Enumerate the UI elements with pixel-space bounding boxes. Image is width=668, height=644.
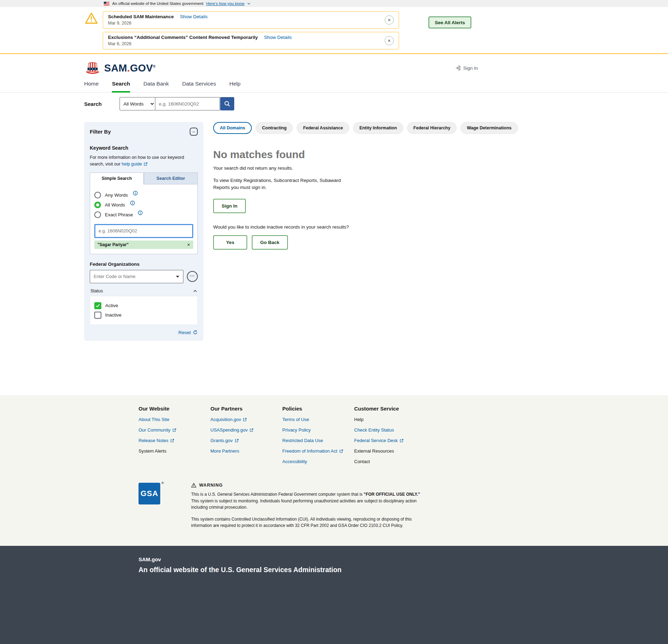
chevron-up-icon [193,290,197,292]
alert-show-details-link[interactable]: Show Details [264,35,292,40]
site-header: SAM.GOV® Sign In Home Search Data Bank D… [0,54,668,93]
footer-link-restricted-data-use[interactable]: Restricted Data Use [282,438,323,443]
reset-link[interactable]: Reset [178,330,198,335]
info-icon[interactable] [138,210,143,215]
footer-link-check-entity-status[interactable]: Check Entity Status [354,427,394,433]
status-inactive-option[interactable]: Inactive [94,312,193,319]
federal-org-select[interactable]: Enter Code or Name [90,270,183,283]
warning-icon [85,12,98,24]
alerts-section: Scheduled SAM Maintenance Show Details M… [0,7,668,54]
status-options-box: Active Inactive [90,296,198,325]
more-options-button[interactable] [187,271,198,282]
active-checkbox[interactable] [94,302,101,309]
nav-data-services[interactable]: Data Services [182,81,216,93]
header-sign-in-link[interactable]: Sign In [455,65,478,71]
footer-link-release-notes[interactable]: Release Notes [139,438,174,443]
footer-link-more-partners[interactable]: More Partners [210,448,239,454]
keyword-input[interactable] [94,224,193,238]
radio-selected-icon[interactable] [94,202,101,208]
footer-heading: Customer Service [354,406,426,412]
radio-icon[interactable] [94,192,101,198]
gov-banner-text: An official website of the United States… [112,1,203,6]
footer-link-federal-service-desk[interactable]: Federal Service Desk [354,438,404,443]
nav-home[interactable]: Home [84,81,99,93]
external-link-icon [249,428,254,432]
footer-link-contact[interactable]: Contact [354,459,370,464]
footer-official-line: An official website of the U.S. General … [139,566,668,574]
footer-link-our-community[interactable]: Our Community [139,427,176,433]
radio-icon[interactable] [94,211,101,218]
chip-remove-icon[interactable] [187,242,190,247]
tab-simple-search[interactable]: Simple Search [90,172,144,184]
footer-heading: Our Partners [210,406,282,412]
nav-help[interactable]: Help [229,81,241,93]
domain-tab-federal-assistance[interactable]: Federal Assistance [297,122,349,134]
radio-exact-phrase[interactable]: Exact Phrase [94,211,193,218]
close-icon[interactable] [385,15,394,25]
footer-link-usaspending-gov[interactable]: USASpending.gov [210,427,254,433]
radio-all-words[interactable]: All Words [94,202,193,208]
domain-tabs: All Domains Contracting Federal Assistan… [213,122,668,134]
footer-link-acquisition-gov[interactable]: Acquisition.gov [210,417,247,422]
footer-column-our-partners: Our Partners Acquisition.gov USASpending… [210,400,282,469]
alert-maintenance: Scheduled SAM Maintenance Show Details M… [103,11,399,29]
search-input[interactable] [155,97,220,110]
footer-column-policies: Policies Terms of Use Privacy Policy Res… [282,400,354,469]
domain-tab-entity-information[interactable]: Entity Information [353,122,403,134]
sign-in-button[interactable]: Sign In [213,199,246,213]
alert-title: Scheduled SAM Maintenance [108,14,174,19]
help-guide-link[interactable]: help guide [122,161,148,168]
footer-link-about-this-site[interactable]: About This Site [139,417,169,422]
close-icon[interactable] [385,36,394,45]
alert-show-details-link[interactable]: Show Details [180,14,208,19]
domain-tab-wage-determinations[interactable]: Wage Determinations [460,122,518,134]
footer-link-freedom-of-information-act[interactable]: Freedom of Information Act [282,448,343,454]
info-icon[interactable] [133,191,138,196]
sam-hat-icon [84,61,101,75]
nav-search[interactable]: Search [112,81,130,93]
footer-link-terms-of-use[interactable]: Terms of Use [282,417,309,422]
keyword-options-box: Any Words All Words Exact Phrase "Sagar … [90,184,198,254]
radio-any-words[interactable]: Any Words [94,192,193,198]
warning-triangle-icon [191,483,196,488]
alert-title: Exclusions “Additional Comments” Content… [108,35,258,40]
status-section-toggle[interactable]: Status [90,289,198,293]
footer: Our Website About This Site Our Communit… [0,395,668,546]
domain-tab-all-domains[interactable]: All Domains [213,122,252,134]
us-flag-icon [104,2,109,6]
collapse-filters-icon[interactable] [190,128,198,136]
footer-heading: Policies [282,406,354,412]
footer-link-accessibility[interactable]: Accessibility [282,459,307,464]
footer-column-customer-service: Customer Service Help Check Entity Statu… [354,400,426,469]
see-all-alerts-button[interactable]: See All Alerts [429,16,471,28]
domain-tab-federal-hierarchy[interactable]: Federal Hierarchy [407,122,457,134]
search-mode-select[interactable]: All Words [120,97,155,110]
sign-in-note: To view Entity Registrations, Subcontrac… [213,177,353,191]
sam-logo[interactable]: SAM.GOV® [84,61,156,75]
footer-link-privacy-policy[interactable]: Privacy Policy [282,427,311,433]
filter-panel: Filter By Keyword Search For more inform… [84,122,203,341]
inactive-checkbox[interactable] [94,312,101,319]
keyword-info-text: For more information on how to use our k… [90,154,198,168]
sign-in-icon [455,65,461,71]
footer-link-external-resources[interactable]: External Resources [354,448,394,454]
main-content: Filter By Keyword Search For more inform… [0,116,668,395]
external-link-icon [170,439,174,443]
nav-data-bank[interactable]: Data Bank [143,81,169,93]
footer-link-system-alerts[interactable]: System Alerts [139,448,166,454]
warning-paragraph-2: This system contains Controlled Unclassi… [191,516,421,529]
yes-button[interactable]: Yes [213,235,247,250]
tab-search-editor[interactable]: Search Editor [144,172,198,184]
status-active-option[interactable]: Active [94,302,193,309]
footer-column-our-website: Our Website About This Site Our Communit… [139,400,210,469]
info-icon[interactable] [130,201,135,205]
check-icon [96,304,100,307]
gov-banner-how-link[interactable]: Here’s how you know [206,1,244,6]
domain-tab-contracting[interactable]: Contracting [256,122,293,134]
reset-icon [193,330,198,335]
inactive-records-question: Would you like to include inactive recor… [213,224,668,230]
search-button[interactable] [220,97,234,110]
footer-link-grants-gov[interactable]: Grants.gov [210,438,239,443]
footer-link-help[interactable]: Help [354,417,364,422]
go-back-button[interactable]: Go Back [252,235,288,250]
